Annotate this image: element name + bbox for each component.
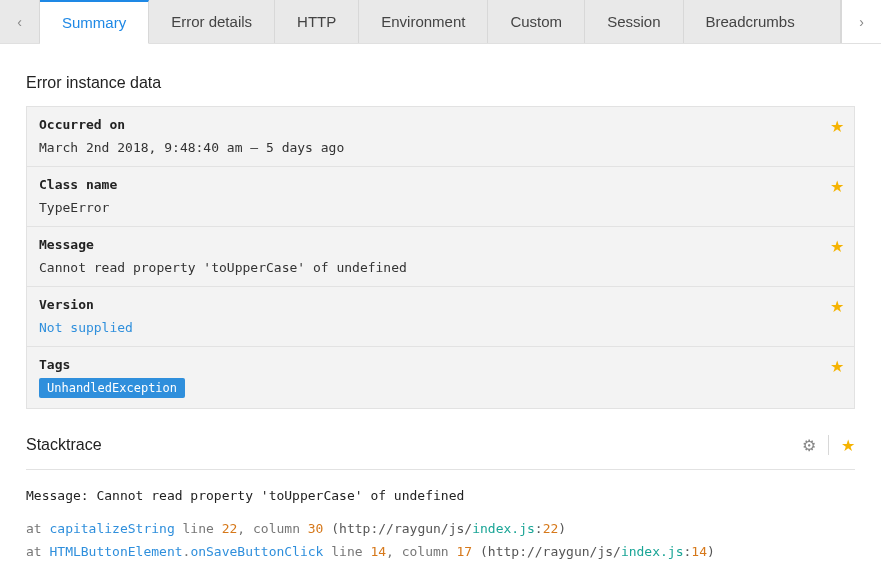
chevron-left-icon: ‹ <box>17 14 22 30</box>
row-occurred-on: Occurred on March 2nd 2018, 9:48:40 am –… <box>27 107 854 167</box>
row-value: Cannot read property 'toUpperCase' of un… <box>39 260 407 275</box>
star-icon[interactable]: ★ <box>830 237 844 256</box>
stack-at: at <box>26 544 42 559</box>
stack-line-num: 14 <box>370 544 386 559</box>
stacktrace-message-label: Message: <box>26 488 89 503</box>
star-icon[interactable]: ★ <box>830 177 844 196</box>
row-label: Message <box>39 237 814 252</box>
stacktrace-controls: ⚙ ★ <box>802 435 855 455</box>
gear-icon[interactable]: ⚙ <box>802 436 816 455</box>
stack-frame: at HTMLButtonElement.onSaveButtonClick l… <box>26 544 855 559</box>
stack-col-num: 30 <box>308 521 324 536</box>
star-icon[interactable]: ★ <box>830 117 844 136</box>
stack-class[interactable]: HTMLButtonElement <box>49 544 182 559</box>
row-class-name: Class name TypeError ★ <box>27 167 854 227</box>
row-value-link[interactable]: Not supplied <box>39 320 133 335</box>
row-value: March 2nd 2018, 9:48:40 am – 5 days ago <box>39 140 344 155</box>
stacktrace-message: Message: Cannot read property 'toUpperCa… <box>26 488 855 503</box>
star-icon[interactable]: ★ <box>830 297 844 316</box>
tab-bar: ‹ Summary Error details HTTP Environment… <box>0 0 881 44</box>
row-label: Occurred on <box>39 117 814 132</box>
stack-sep: : <box>535 521 543 536</box>
row-message: Message Cannot read property 'toUpperCas… <box>27 227 854 287</box>
tab-error-details[interactable]: Error details <box>149 0 275 43</box>
tab-http[interactable]: HTTP <box>275 0 359 43</box>
tab-session[interactable]: Session <box>585 0 683 43</box>
section-title-stacktrace: Stacktrace <box>26 436 802 454</box>
stack-col-kw: column <box>402 544 449 559</box>
stack-filenum: 22 <box>543 521 559 536</box>
stack-comma: , <box>237 521 245 536</box>
star-icon[interactable]: ★ <box>841 436 855 455</box>
stack-lparen: ( <box>331 521 339 536</box>
stack-url: http://raygun/js/ <box>339 521 472 536</box>
stack-file[interactable]: index.js <box>621 544 684 559</box>
star-icon[interactable]: ★ <box>830 357 844 376</box>
row-tags: Tags UnhandledException ★ <box>27 347 854 408</box>
stack-line-kw: line <box>331 544 362 559</box>
row-version: Version Not supplied ★ <box>27 287 854 347</box>
stack-rparen: ) <box>558 521 566 536</box>
row-label: Class name <box>39 177 814 192</box>
row-label: Tags <box>39 357 814 372</box>
divider <box>26 469 855 470</box>
tabs-scroll-right-button[interactable]: › <box>841 0 881 43</box>
stack-frame: at capitalizeString line 22, column 30 (… <box>26 521 855 536</box>
tab-label: HTTP <box>297 13 336 30</box>
stacktrace-message-value: Cannot read property 'toUpperCase' of un… <box>96 488 464 503</box>
tab-breadcrumbs[interactable]: Breadcrumbs <box>684 0 842 43</box>
tab-label: Summary <box>62 14 126 31</box>
tab-summary[interactable]: Summary <box>40 0 149 44</box>
stack-function[interactable]: onSaveButtonClick <box>190 544 323 559</box>
stack-lparen: ( <box>480 544 488 559</box>
section-title-error-instance-data: Error instance data <box>26 74 855 92</box>
page: ‹ Summary Error details HTTP Environment… <box>0 0 881 587</box>
stack-rparen: ) <box>707 544 715 559</box>
tab-label: Session <box>607 13 660 30</box>
tag-badge[interactable]: UnhandledException <box>39 378 185 398</box>
stack-filenum: 14 <box>691 544 707 559</box>
tab-label: Breadcrumbs <box>706 13 795 30</box>
content: Error instance data Occurred on March 2n… <box>0 44 881 559</box>
stack-at: at <box>26 521 42 536</box>
row-value: TypeError <box>39 200 109 215</box>
tab-environment[interactable]: Environment <box>359 0 488 43</box>
tabs-scroll-left-button[interactable]: ‹ <box>0 0 40 43</box>
tab-label: Environment <box>381 13 465 30</box>
stack-function[interactable]: capitalizeString <box>49 521 174 536</box>
tab-custom[interactable]: Custom <box>488 0 585 43</box>
chevron-right-icon: › <box>859 14 864 30</box>
stacktrace-header: Stacktrace ⚙ ★ <box>26 435 855 455</box>
tab-label: Custom <box>510 13 562 30</box>
stack-comma: , <box>386 544 394 559</box>
row-label: Version <box>39 297 814 312</box>
stack-col-kw: column <box>253 521 300 536</box>
stack-line-kw: line <box>183 521 214 536</box>
stack-col-num: 17 <box>457 544 473 559</box>
divider <box>828 435 829 455</box>
error-instance-rows: Occurred on March 2nd 2018, 9:48:40 am –… <box>26 106 855 409</box>
tab-label: Error details <box>171 13 252 30</box>
stack-file[interactable]: index.js <box>472 521 535 536</box>
stack-url: http://raygun/js/ <box>488 544 621 559</box>
stack-line-num: 22 <box>222 521 238 536</box>
